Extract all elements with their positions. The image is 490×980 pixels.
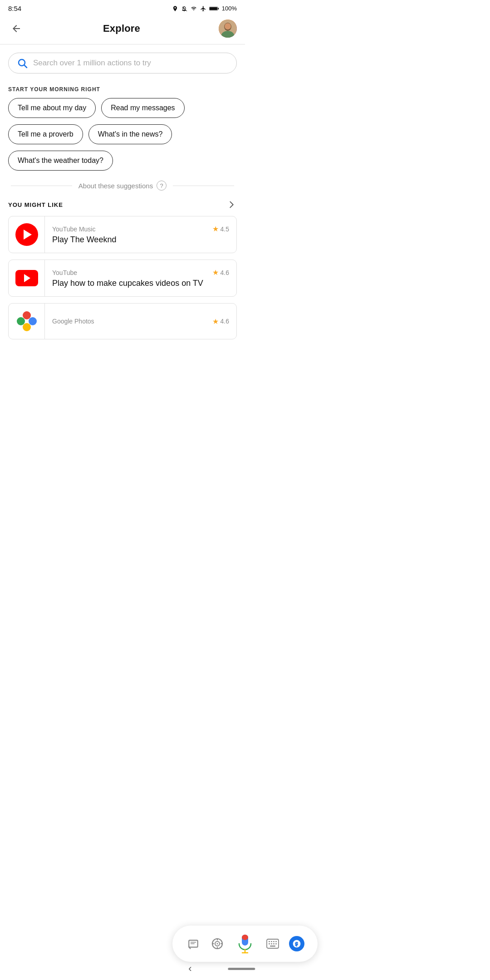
card-content-google-photos: Google Photos ★ 4.6 bbox=[45, 312, 236, 331]
card-rating-1: ★ 4.5 bbox=[212, 225, 229, 233]
battery-percent: 100% bbox=[222, 5, 237, 12]
card-icon-google-photos bbox=[9, 303, 45, 339]
wifi-icon bbox=[190, 6, 197, 11]
chip-weather[interactable]: What's the weather today? bbox=[8, 151, 113, 171]
search-bar[interactable]: Search over 1 million actions to try bbox=[8, 53, 237, 74]
chips-row-3: What's the weather today? bbox=[8, 151, 237, 171]
chip-news[interactable]: What's in the news? bbox=[88, 124, 172, 144]
card-app-name-2: YouTube bbox=[52, 269, 77, 276]
star-icon-2: ★ bbox=[212, 268, 219, 277]
card-action-1: Play The Weeknd bbox=[52, 235, 229, 245]
card-google-photos[interactable]: Google Photos ★ 4.6 bbox=[8, 303, 237, 339]
location-icon bbox=[172, 5, 178, 12]
card-youtube-music[interactable]: YouTube Music ★ 4.5 Play The Weeknd bbox=[8, 216, 237, 253]
youtube-music-icon bbox=[15, 223, 38, 246]
status-bar: 8:54 100% bbox=[0, 0, 245, 15]
search-icon bbox=[17, 58, 28, 69]
star-icon-1: ★ bbox=[212, 225, 219, 233]
rating-value-3: 4.6 bbox=[220, 318, 229, 325]
chip-tell-me-day[interactable]: Tell me about my day bbox=[8, 98, 96, 118]
page-title: Explore bbox=[103, 23, 140, 34]
about-suggestions-text: About these suggestions bbox=[78, 182, 153, 190]
search-section: Search over 1 million actions to try bbox=[0, 44, 245, 77]
card-rating-3: ★ 4.6 bbox=[212, 317, 229, 326]
about-suggestions: About these suggestions ? bbox=[8, 181, 237, 191]
chips-row-1: Tell me about my day Read my messages bbox=[8, 98, 237, 118]
you-might-like-header: YOU MIGHT LIKE bbox=[0, 198, 245, 216]
svg-rect-1 bbox=[210, 7, 217, 10]
card-youtube[interactable]: YouTube ★ 4.6 Play how to make cupcakes … bbox=[8, 260, 237, 297]
morning-section-label: START YOUR MORNING RIGHT bbox=[0, 77, 245, 98]
card-content-youtube: YouTube ★ 4.6 Play how to make cupcakes … bbox=[45, 263, 236, 294]
header: Explore bbox=[0, 15, 245, 44]
you-might-like-label: YOU MIGHT LIKE bbox=[8, 201, 63, 208]
svg-point-6 bbox=[225, 23, 231, 29]
card-header-google-photos: Google Photos ★ 4.6 bbox=[52, 317, 229, 326]
mute-icon bbox=[181, 5, 187, 12]
star-icon-3: ★ bbox=[212, 317, 219, 326]
gp-petals bbox=[17, 311, 37, 331]
card-app-name-1: YouTube Music bbox=[52, 225, 95, 233]
avatar[interactable] bbox=[219, 20, 237, 38]
youtube-icon bbox=[15, 270, 38, 286]
card-icon-youtube bbox=[9, 260, 45, 296]
search-placeholder: Search over 1 million actions to try bbox=[33, 59, 151, 68]
card-header-youtube-music: YouTube Music ★ 4.5 bbox=[52, 225, 229, 233]
google-photos-icon bbox=[15, 310, 38, 333]
petal-green bbox=[17, 317, 25, 325]
card-action-2: Play how to make cupcakes videos on TV bbox=[52, 279, 229, 288]
play-triangle bbox=[24, 230, 32, 240]
status-time: 8:54 bbox=[8, 5, 21, 12]
status-icons: 100% bbox=[172, 5, 237, 12]
about-icon[interactable]: ? bbox=[157, 181, 167, 191]
card-icon-youtube-music bbox=[9, 216, 45, 253]
chips-section: Tell me about my day Read my messages Te… bbox=[0, 98, 245, 171]
chips-row-2: Tell me a proverb What's in the news? bbox=[8, 124, 237, 144]
back-button[interactable] bbox=[8, 20, 24, 37]
petal-yellow bbox=[23, 323, 31, 331]
svg-rect-2 bbox=[218, 8, 219, 10]
airplane-icon bbox=[200, 5, 206, 12]
rating-value-2: 4.6 bbox=[220, 269, 229, 276]
rating-value-1: 4.5 bbox=[220, 225, 229, 233]
card-header-youtube: YouTube ★ 4.6 bbox=[52, 268, 229, 277]
chevron-right-icon[interactable] bbox=[227, 200, 237, 210]
chip-read-messages[interactable]: Read my messages bbox=[101, 98, 184, 118]
svg-line-8 bbox=[24, 65, 27, 68]
battery-icon bbox=[209, 6, 219, 11]
chip-proverb[interactable]: Tell me a proverb bbox=[8, 124, 83, 144]
card-app-name-3: Google Photos bbox=[52, 318, 94, 325]
card-rating-2: ★ 4.6 bbox=[212, 268, 229, 277]
card-content-youtube-music: YouTube Music ★ 4.5 Play The Weeknd bbox=[45, 219, 236, 250]
yt-play-triangle bbox=[24, 274, 30, 282]
